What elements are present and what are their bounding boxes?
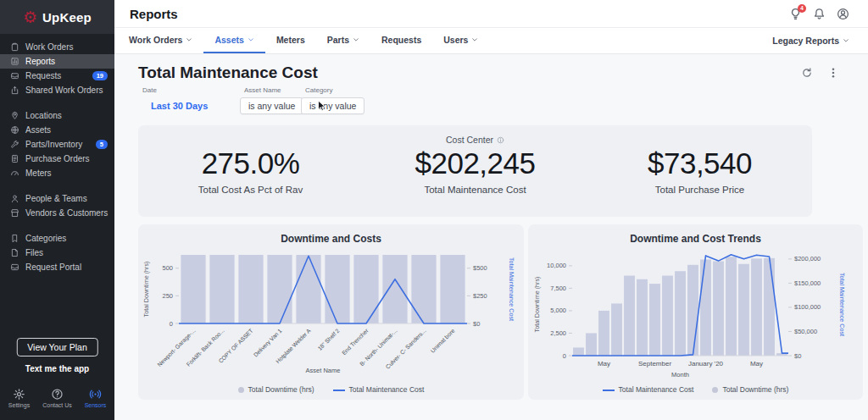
svg-text:$200,000: $200,000 <box>794 255 821 262</box>
svg-text:$100,000: $100,000 <box>794 303 821 311</box>
bell-icon <box>813 8 826 20</box>
sidebar-item-label: Reports <box>25 57 55 66</box>
footer-item-label: Settings <box>8 402 30 408</box>
bar-dec[interactable] <box>687 265 698 356</box>
tab-label: Meters <box>276 35 305 45</box>
view-your-plan-button[interactable]: View Your Plan <box>16 338 97 356</box>
sidebar-item-request-portal[interactable]: Request Portal <box>0 260 114 274</box>
sidebar-item-work-orders[interactable]: Work Orders <box>0 40 114 54</box>
sidebar-item-label: Work Orders <box>25 42 74 52</box>
bar-nov[interactable] <box>675 271 686 356</box>
sidebar-item-vendors-customers[interactable]: Vendors & Customers <box>0 206 114 220</box>
sidebar-item-files[interactable]: Files <box>0 246 114 260</box>
tips-button[interactable]: 4 <box>789 8 802 20</box>
sidebar-item-assets[interactable]: Assets <box>0 123 114 137</box>
bar-apr[interactable] <box>586 333 597 356</box>
bar-mar-19[interactable] <box>573 347 584 356</box>
info-icon[interactable] <box>497 136 504 144</box>
tab-work-orders[interactable]: Work Orders <box>129 28 203 53</box>
bar-forklift-back-roo[interactable] <box>209 255 234 323</box>
filter-value-link[interactable]: Last 30 Days <box>138 101 240 111</box>
legacy-reports-label: Legacy Reports <box>772 36 839 46</box>
tab-assets[interactable]: Assets <box>203 28 264 53</box>
bar-hotplate-welder-a[interactable] <box>296 255 320 323</box>
tab-users[interactable]: Users <box>432 28 489 53</box>
info-icon <box>497 136 504 144</box>
bar-may[interactable] <box>598 311 609 356</box>
sidebar-item-people-teams[interactable]: People & Teams <box>0 191 114 206</box>
bar-b-north-unimat[interactable] <box>382 255 407 323</box>
legacy-reports-dropdown[interactable]: Legacy Reports <box>772 28 849 53</box>
filter-value-box[interactable]: is any value <box>240 97 303 114</box>
bar-aug[interactable] <box>637 279 648 356</box>
sidebar-item-label: Purchase Orders <box>25 154 90 163</box>
refresh-icon <box>801 67 813 79</box>
sidebar-item-reports[interactable]: Reports <box>0 54 114 69</box>
report-tabs: Work OrdersAssetsMetersPartsRequestsUser… <box>129 28 489 53</box>
svg-text:Unimat bore: Unimat bore <box>430 328 456 354</box>
sidebar-item-categories[interactable]: Categories <box>0 231 114 246</box>
refresh-button[interactable] <box>801 67 813 79</box>
sidebar-item-requests[interactable]: Requests19 <box>0 69 114 83</box>
bar-mar[interactable] <box>726 257 737 356</box>
upkeep-gear-icon: ⚙ <box>23 9 37 25</box>
bar-jun[interactable] <box>611 303 622 356</box>
bar-newport-garage[interactable] <box>181 255 205 323</box>
kebab-menu-button[interactable] <box>827 67 839 79</box>
bar-end-trencher[interactable] <box>353 255 378 323</box>
gear-icon <box>13 388 25 401</box>
stats-row: 275.0%Total Cost As Pct of Rav$202,245To… <box>138 146 812 195</box>
stat-value: $202,245 <box>363 146 587 180</box>
text-me-the-app-link[interactable]: Text me the app <box>0 364 114 373</box>
sidebar-item-meters[interactable]: Meters <box>0 166 114 180</box>
clipboard-icon <box>10 42 19 52</box>
tab-parts[interactable]: Parts <box>316 28 370 53</box>
filter-value-box[interactable]: is any value <box>301 97 364 114</box>
bar-jul[interactable] <box>624 276 635 356</box>
bar-unimat-bore[interactable] <box>440 255 465 323</box>
svg-text:$150,000: $150,000 <box>794 279 821 287</box>
storefront-icon <box>10 208 19 218</box>
legend-item-total-downtime-hrs[interactable]: Total Downtime (hrs) <box>238 385 314 394</box>
bar-culver-c-sanders[interactable] <box>411 255 436 323</box>
footer-item-sensors[interactable]: Sensors <box>76 383 114 420</box>
bar-delivery-van-1[interactable] <box>267 255 292 323</box>
legend-item-total-maintenance-cost[interactable]: Total Maintenance Cost <box>333 385 425 394</box>
filter-asset-name: Asset Nameis any value <box>240 86 298 119</box>
bar-oct[interactable] <box>662 276 673 356</box>
profile-button[interactable] <box>837 8 849 20</box>
svg-text:End Trencher: End Trencher <box>341 327 370 356</box>
sidebar-item-purchase-orders[interactable]: Purchase Orders <box>0 152 114 166</box>
bar-18-shelf-2[interactable] <box>325 255 349 323</box>
bar-jun[interactable] <box>764 258 775 356</box>
svg-text:May: May <box>750 360 763 368</box>
bar-jan-20[interactable] <box>700 259 711 356</box>
svg-text:$0: $0 <box>473 320 480 328</box>
bar-may[interactable] <box>751 258 762 356</box>
downtime-and-costs-chart: Downtime and Costs0250500$0$250$500Total… <box>138 224 524 400</box>
footer-item-settings[interactable]: Settings <box>0 383 38 420</box>
inbox-icon <box>10 71 19 80</box>
sidebar-item-locations[interactable]: Locations <box>0 108 114 123</box>
upkeep-logo[interactable]: ⚙ UpKeep <box>0 0 114 34</box>
bar-sep[interactable] <box>649 284 660 356</box>
stat-total-purchase-price: $73,540Total Purchase Price <box>587 146 812 195</box>
bar-feb[interactable] <box>713 262 724 356</box>
legend-item-total-downtime-hrs[interactable]: Total Downtime (hrs) <box>712 385 788 394</box>
tab-label: Parts <box>327 35 349 45</box>
chart-legend: Total Maintenance CostTotal Downtime (hr… <box>528 385 863 394</box>
svg-text:January '20: January '20 <box>688 360 724 368</box>
top-bar: Reports 4 <box>114 0 868 28</box>
bar-copy-of-asset[interactable] <box>238 255 263 323</box>
tab-requests[interactable]: Requests <box>370 28 432 53</box>
notifications-button[interactable] <box>813 8 826 20</box>
sidebar-item-shared-work-orders[interactable]: Shared Work Orders <box>0 83 114 97</box>
sidebar-item-label: Files <box>25 248 43 257</box>
report-content: Total Maintenance Cost DateLast 30 DaysA… <box>114 54 868 400</box>
tab-meters[interactable]: Meters <box>265 28 316 53</box>
right-axis-title: Total Maintenance Cost <box>508 257 515 321</box>
footer-item-contact-us[interactable]: Contact Us <box>38 383 76 420</box>
bar-apr[interactable] <box>738 264 749 356</box>
sidebar-item-parts-inventory[interactable]: Parts/Inventory5 <box>0 137 114 152</box>
legend-item-total-maintenance-cost[interactable]: Total Maintenance Cost <box>603 385 694 394</box>
